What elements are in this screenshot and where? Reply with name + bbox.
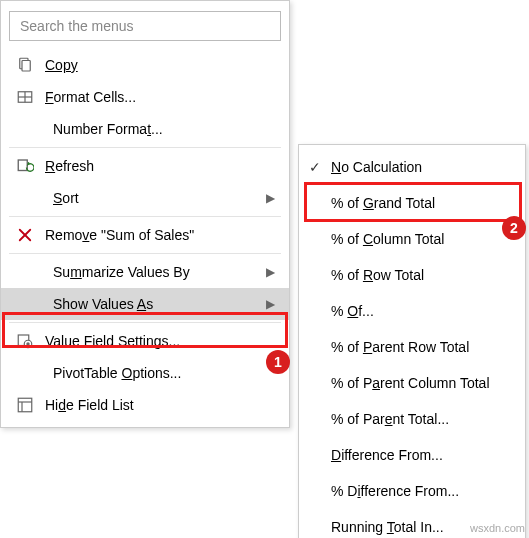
separator bbox=[9, 322, 281, 323]
submenu-column-total[interactable]: % of Column Total bbox=[299, 221, 525, 257]
svg-rect-1 bbox=[22, 61, 30, 72]
submenu-parent-row[interactable]: % of Parent Row Total bbox=[299, 329, 525, 365]
annotation-badge-2: 2 bbox=[502, 216, 526, 240]
submenu-label: % Difference From... bbox=[329, 483, 519, 499]
menu-label: Copy bbox=[39, 57, 279, 73]
format-cells-icon bbox=[11, 88, 39, 106]
svg-point-10 bbox=[27, 343, 29, 345]
submenu-difference-from[interactable]: Difference From... bbox=[299, 437, 525, 473]
menu-refresh[interactable]: Refresh bbox=[1, 150, 289, 182]
menu-sort[interactable]: Sort ▶ bbox=[1, 182, 289, 214]
check-icon: ✓ bbox=[301, 159, 329, 175]
menu-hide-field-list[interactable]: Hide Field List bbox=[1, 389, 289, 421]
menu-label: Hide Field List bbox=[39, 397, 279, 413]
submenu-label: Difference From... bbox=[329, 447, 519, 463]
menu-summarize-values-by[interactable]: Summarize Values By ▶ bbox=[1, 256, 289, 288]
separator bbox=[9, 216, 281, 217]
submenu-label: % of Parent Column Total bbox=[329, 375, 519, 391]
menu-remove[interactable]: Remove "Sum of Sales" bbox=[1, 219, 289, 251]
watermark: wsxdn.com bbox=[470, 522, 525, 534]
menu-label: Sort bbox=[47, 190, 261, 206]
menu-label: Value Field Settings... bbox=[39, 333, 279, 349]
separator bbox=[9, 253, 281, 254]
submenu-label: % of Row Total bbox=[329, 267, 519, 283]
chevron-right-icon: ▶ bbox=[261, 191, 279, 205]
svg-rect-5 bbox=[18, 160, 27, 171]
menu-label: Number Format... bbox=[47, 121, 279, 137]
chevron-right-icon: ▶ bbox=[261, 265, 279, 279]
menu-number-format[interactable]: Number Format... bbox=[1, 113, 289, 145]
menu-value-field-settings[interactable]: Value Field Settings... bbox=[1, 325, 289, 357]
menu-format-cells[interactable]: Format Cells... bbox=[1, 81, 289, 113]
submenu-no-calculation[interactable]: ✓ No Calculation bbox=[299, 149, 525, 185]
menu-pivottable-options[interactable]: PivotTable Options... bbox=[1, 357, 289, 389]
submenu-of[interactable]: % Of... bbox=[299, 293, 525, 329]
submenu-label: % Of... bbox=[329, 303, 519, 319]
separator bbox=[9, 147, 281, 148]
menu-label: Format Cells... bbox=[39, 89, 279, 105]
field-list-icon bbox=[11, 396, 39, 414]
refresh-icon bbox=[11, 157, 39, 175]
svg-rect-11 bbox=[18, 398, 32, 412]
menu-label: Summarize Values By bbox=[47, 264, 261, 280]
submenu-label: % of Column Total bbox=[329, 231, 519, 247]
menu-copy[interactable]: Copy bbox=[1, 49, 289, 81]
submenu-row-total[interactable]: % of Row Total bbox=[299, 257, 525, 293]
menu-label: Refresh bbox=[39, 158, 279, 174]
submenu-parent-column[interactable]: % of Parent Column Total bbox=[299, 365, 525, 401]
annotation-badge-1: 1 bbox=[266, 350, 290, 374]
menu-label: PivotTable Options... bbox=[47, 365, 279, 381]
show-values-as-submenu: ✓ No Calculation % of Grand Total % of C… bbox=[298, 144, 526, 538]
menu-label: Show Values As bbox=[47, 296, 261, 312]
submenu-grand-total[interactable]: % of Grand Total bbox=[299, 185, 525, 221]
settings-icon bbox=[11, 332, 39, 350]
context-menu: Search the menus Copy Format Cells... Nu… bbox=[0, 0, 290, 428]
menu-show-values-as[interactable]: Show Values As ▶ bbox=[1, 288, 289, 320]
remove-icon bbox=[11, 226, 39, 244]
submenu-label: No Calculation bbox=[329, 159, 519, 175]
submenu-label: % of Parent Row Total bbox=[329, 339, 519, 355]
copy-icon bbox=[11, 56, 39, 74]
submenu-label: % of Grand Total bbox=[329, 195, 519, 211]
submenu-pct-difference-from[interactable]: % Difference From... bbox=[299, 473, 525, 509]
submenu-label: % of Parent Total... bbox=[329, 411, 519, 427]
menu-label: Remove "Sum of Sales" bbox=[39, 227, 279, 243]
search-input[interactable]: Search the menus bbox=[9, 11, 281, 41]
chevron-right-icon: ▶ bbox=[261, 297, 279, 311]
submenu-parent-total[interactable]: % of Parent Total... bbox=[299, 401, 525, 437]
